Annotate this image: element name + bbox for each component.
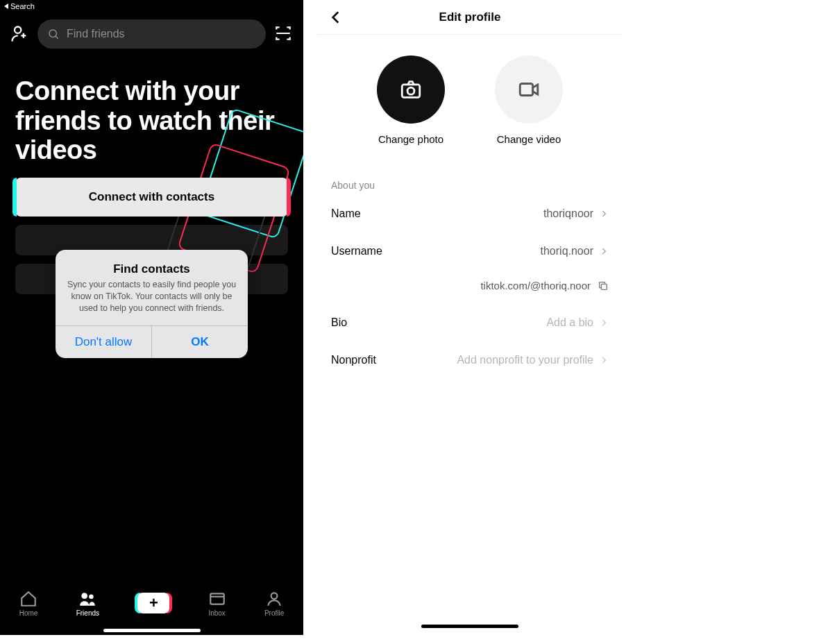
- chevron-right-icon: [599, 355, 609, 365]
- bottom-nav: Home Friends + Inbox Profile: [0, 581, 303, 635]
- name-label: Name: [331, 207, 361, 220]
- profile-url-row: tiktok.com/@thoriq.noor: [317, 270, 623, 304]
- add-friend-icon[interactable]: [10, 24, 29, 44]
- nav-profile[interactable]: Profile: [264, 590, 284, 617]
- top-row: Find friends: [0, 11, 303, 56]
- connect-contacts-button[interactable]: Connect with contacts: [15, 178, 288, 217]
- svg-point-5: [271, 593, 278, 599]
- name-value: thoriqnoor: [543, 207, 593, 220]
- nav-create[interactable]: +: [137, 593, 169, 613]
- nonprofit-label: Nonprofit: [331, 354, 376, 366]
- svg-rect-9: [601, 284, 607, 289]
- profile-url: tiktok.com/@thoriq.noor: [480, 280, 591, 291]
- dont-allow-button[interactable]: Don't allow: [56, 326, 151, 358]
- search-icon: [47, 28, 60, 40]
- change-video-item[interactable]: Change video: [495, 56, 563, 145]
- nonprofit-row[interactable]: Nonprofit Add nonprofit to your profile: [317, 341, 623, 379]
- dialog-actions: Don't allow OK: [56, 325, 248, 358]
- back-to-search-label: Search: [10, 2, 35, 10]
- change-video-label: Change video: [497, 133, 561, 145]
- bio-placeholder: Add a bio: [546, 316, 593, 329]
- home-icon: [19, 590, 37, 608]
- nav-friends-label: Friends: [76, 609, 99, 617]
- change-photo-label: Change photo: [378, 133, 443, 145]
- name-row[interactable]: Name thoriqnoor: [317, 195, 623, 232]
- home-indicator: [421, 625, 518, 628]
- connect-contacts-label: Connect with contacts: [89, 190, 214, 204]
- bio-label: Bio: [331, 316, 347, 329]
- back-to-search[interactable]: Search: [4, 2, 35, 10]
- search-placeholder: Find friends: [67, 28, 125, 40]
- friends-icon: [78, 590, 96, 608]
- chevron-right-icon: [599, 246, 609, 256]
- svg-point-0: [15, 27, 21, 33]
- svg-point-1: [49, 30, 57, 37]
- svg-point-3: [89, 594, 94, 599]
- edit-profile-header: Edit profile: [317, 0, 623, 35]
- qr-scan-icon[interactable]: [274, 24, 294, 44]
- nonprofit-value-wrap: Add nonprofit to your profile: [457, 354, 609, 366]
- nav-friends[interactable]: Friends: [76, 590, 99, 617]
- video-icon: [517, 78, 541, 101]
- svg-rect-4: [210, 593, 224, 604]
- camera-icon: [399, 78, 423, 101]
- nav-inbox-label: Inbox: [208, 609, 225, 617]
- username-value: thoriq.noor: [541, 245, 594, 257]
- media-row: Change photo Change video: [317, 35, 623, 166]
- svg-point-7: [407, 87, 414, 94]
- header-title: Edit profile: [439, 10, 501, 24]
- svg-point-2: [82, 593, 88, 599]
- inbox-icon: [208, 590, 226, 608]
- nonprofit-placeholder: Add nonprofit to your profile: [457, 354, 593, 366]
- profile-icon: [265, 590, 283, 608]
- nav-home[interactable]: Home: [19, 590, 38, 617]
- dialog-body: Find contacts Sync your contacts to easi…: [56, 250, 248, 325]
- back-button[interactable]: [327, 8, 345, 26]
- copy-icon[interactable]: [598, 280, 609, 291]
- avatar-circle: [377, 56, 445, 124]
- username-value-wrap: thoriq.noor: [541, 245, 609, 257]
- dialog-message: Sync your contacts to easily find people…: [67, 279, 237, 314]
- change-photo-item[interactable]: Change photo: [377, 56, 445, 145]
- nav-home-label: Home: [19, 609, 38, 617]
- search-input[interactable]: Find friends: [37, 19, 266, 49]
- svg-rect-8: [520, 84, 532, 96]
- chevron-left-icon: [327, 8, 345, 26]
- friends-screen: Search Find friends Connect with your fr…: [0, 0, 303, 635]
- svg-rect-6: [402, 85, 420, 97]
- nav-inbox[interactable]: Inbox: [208, 590, 226, 617]
- username-label: Username: [331, 245, 382, 257]
- ok-button[interactable]: OK: [151, 326, 248, 358]
- home-indicator: [103, 629, 201, 632]
- back-triangle-icon: [4, 3, 8, 9]
- edit-profile-screen: Edit profile Change photo Change video A…: [317, 0, 623, 635]
- bio-row[interactable]: Bio Add a bio: [317, 304, 623, 341]
- plus-icon: +: [137, 593, 169, 613]
- find-contacts-dialog: Find contacts Sync your contacts to easi…: [56, 250, 248, 358]
- hero-section: Connect with your friends to watch their…: [0, 56, 303, 178]
- dialog-title: Find contacts: [67, 262, 237, 276]
- chevron-right-icon: [599, 209, 609, 219]
- username-row[interactable]: Username thoriq.noor: [317, 232, 623, 270]
- status-bar: Search: [0, 0, 303, 11]
- name-value-wrap: thoriqnoor: [543, 207, 609, 220]
- chevron-right-icon: [599, 318, 609, 328]
- about-you-section-label: About you: [317, 180, 623, 191]
- nav-profile-label: Profile: [264, 609, 284, 617]
- bio-value-wrap: Add a bio: [546, 316, 609, 329]
- video-circle: [495, 56, 563, 124]
